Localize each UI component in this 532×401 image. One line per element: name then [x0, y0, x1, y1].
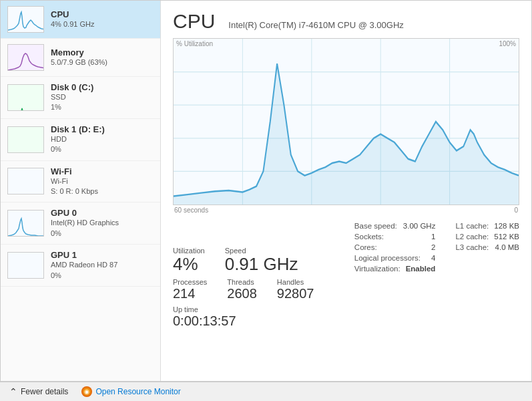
- utilization-value: 4%: [173, 255, 205, 274]
- handles-group: Handles 92807: [277, 278, 314, 301]
- sidebar-item-memory[interactable]: Memory 5.0/7.9 GB (63%): [1, 39, 160, 77]
- detail-base-speed: Base speed: 3.00 GHz: [354, 221, 436, 231]
- uptime-value: 0:00:13:57: [173, 313, 236, 329]
- processes-label: Processes: [173, 278, 207, 286]
- gpu0-thumbnail: [7, 210, 44, 237]
- wifi-name: Wi-Fi: [51, 166, 154, 176]
- panel-header: CPU Intel(R) Core(TM) i7-4610M CPU @ 3.0…: [173, 10, 519, 33]
- detail-sockets: Sockets: 1: [354, 231, 436, 242]
- cores-val: 2: [431, 243, 435, 251]
- main-container: CPU 4% 0.91 GHz Memory 5.0/7.9 GB (63%): [0, 0, 532, 382]
- processes-value: 214: [173, 286, 207, 301]
- virt-key: Virtualization:: [354, 265, 401, 273]
- sockets-key: Sockets:: [354, 233, 384, 241]
- chevron-up-icon: ⌃: [9, 386, 17, 397]
- stats-row-2: Processes 214 Threads 2608 Handles 92807: [173, 278, 519, 301]
- stats-row-1: Utilization 4% Speed 0.91 GHz Base speed…: [173, 221, 519, 274]
- l3-val: 4.0 MB: [495, 243, 519, 251]
- gpu1-thumbnail: [7, 252, 44, 279]
- panel-title: CPU: [173, 10, 215, 33]
- details-col1: Base speed: 3.00 GHz Sockets: 1 Cores: 2…: [354, 221, 436, 274]
- open-resource-monitor-button[interactable]: ◉ Open Resource Monitor: [81, 386, 180, 397]
- handles-label: Handles: [277, 278, 314, 286]
- gpu0-sub1: Intel(R) HD Graphics: [51, 218, 154, 228]
- svg-rect-4: [8, 168, 44, 194]
- chart-time-start: 60 seconds: [174, 207, 208, 214]
- sidebar-item-disk1[interactable]: Disk 1 (D: E:) HDD 0%: [1, 119, 160, 161]
- disk0-sub1: SSD: [51, 92, 154, 102]
- detail-virtualization: Virtualization: Enabled: [354, 263, 436, 274]
- gpu0-name: GPU 0: [51, 208, 154, 218]
- details-section: Base speed: 3.00 GHz Sockets: 1 Cores: 2…: [354, 221, 519, 274]
- memory-thumbnail: [7, 44, 44, 71]
- l2-val: 512 KB: [494, 233, 519, 241]
- svg-rect-3: [8, 127, 44, 153]
- handles-value: 92807: [277, 286, 314, 301]
- sockets-val: 1: [431, 233, 435, 241]
- right-panel: CPU Intel(R) Core(TM) i7-4610M CPU @ 3.0…: [161, 1, 531, 381]
- detail-l1: L1 cache: 128 KB: [455, 221, 519, 231]
- gpu1-name: GPU 1: [51, 250, 154, 260]
- memory-name: Memory: [51, 47, 154, 57]
- resource-monitor-label: Open Resource Monitor: [95, 387, 180, 396]
- disk0-name: Disk 0 (C:): [51, 82, 154, 92]
- utilization-group: Utilization 4%: [173, 247, 205, 274]
- chart-time-end: 0: [514, 207, 518, 214]
- svg-rect-2: [8, 85, 44, 111]
- disk0-sub2: 1%: [51, 102, 154, 112]
- gpu0-info: GPU 0 Intel(R) HD Graphics 0%: [51, 208, 154, 239]
- gpu1-sub1: AMD Radeon HD 87: [51, 260, 154, 270]
- wifi-sub2: S: 0 R: 0 Kbps: [51, 186, 154, 196]
- cpu-name: CPU: [51, 9, 154, 19]
- chart-svg: [174, 39, 519, 205]
- detail-cores: Cores: 2: [354, 242, 436, 253]
- sidebar-item-wifi[interactable]: Wi-Fi Wi-Fi S: 0 R: 0 Kbps: [1, 161, 160, 203]
- sidebar-item-gpu0[interactable]: GPU 0 Intel(R) HD Graphics 0%: [1, 203, 160, 245]
- base-speed-val: 3.00 GHz: [403, 222, 436, 230]
- memory-info: Memory 5.0/7.9 GB (63%): [51, 47, 154, 68]
- l2-key: L2 cache:: [455, 233, 489, 241]
- disk1-info: Disk 1 (D: E:) HDD 0%: [51, 124, 154, 155]
- speed-group: Speed 0.91 GHz: [225, 247, 298, 274]
- virt-val: Enabled: [406, 265, 436, 273]
- sidebar-item-gpu1[interactable]: GPU 1 AMD Radeon HD 87 0%: [1, 245, 160, 287]
- fewer-details-label: Fewer details: [21, 387, 68, 396]
- disk1-sub1: HDD: [51, 134, 154, 144]
- panel-subtitle: Intel(R) Core(TM) i7-4610M CPU @ 3.00GHz: [228, 20, 403, 30]
- cpu-info: CPU 4% 0.91 GHz: [51, 9, 154, 29]
- disk1-name: Disk 1 (D: E:): [51, 124, 154, 134]
- cpu-chart: % Utilization 100%: [173, 38, 519, 205]
- gpu1-info: GPU 1 AMD Radeon HD 87 0%: [51, 250, 154, 281]
- bottom-bar: ⌃ Fewer details ◉ Open Resource Monitor: [0, 382, 532, 401]
- wifi-info: Wi-Fi Wi-Fi S: 0 R: 0 Kbps: [51, 166, 154, 197]
- wifi-sub1: Wi-Fi: [51, 176, 154, 186]
- speed-value: 0.91 GHz: [225, 255, 298, 274]
- disk1-thumbnail: [7, 126, 44, 153]
- threads-label: Threads: [227, 278, 257, 286]
- sidebar: CPU 4% 0.91 GHz Memory 5.0/7.9 GB (63%): [1, 1, 161, 381]
- logical-key: Logical processors:: [354, 254, 421, 262]
- cores-key: Cores:: [354, 243, 377, 251]
- resource-monitor-icon: ◉: [81, 386, 92, 397]
- threads-group: Threads 2608: [227, 278, 257, 301]
- disk1-sub2: 0%: [51, 144, 154, 154]
- detail-logical: Logical processors: 4: [354, 253, 436, 263]
- gpu0-sub2: 0%: [51, 229, 154, 239]
- uptime-row: Up time 0:00:13:57: [173, 305, 519, 329]
- l1-val: 128 KB: [494, 222, 519, 230]
- uptime-label: Up time: [173, 305, 236, 313]
- fewer-details-button[interactable]: ⌃ Fewer details: [9, 386, 68, 397]
- disk0-thumbnail: [7, 84, 44, 111]
- chart-time-labels: 60 seconds 0: [173, 207, 519, 214]
- base-speed-key: Base speed:: [354, 222, 397, 230]
- cpu-thumbnail: [7, 6, 44, 33]
- gpu1-sub2: 0%: [51, 271, 154, 281]
- svg-marker-15: [174, 63, 519, 205]
- sidebar-item-disk0[interactable]: Disk 0 (C:) SSD 1%: [1, 77, 160, 119]
- detail-l3: L3 cache: 4.0 MB: [455, 242, 519, 253]
- svg-rect-5: [8, 211, 44, 237]
- details-col2: L1 cache: 128 KB L2 cache: 512 KB L3 cac…: [455, 221, 519, 274]
- uptime-group: Up time 0:00:13:57: [173, 305, 236, 329]
- sidebar-item-cpu[interactable]: CPU 4% 0.91 GHz: [1, 1, 160, 39]
- threads-value: 2608: [227, 286, 257, 301]
